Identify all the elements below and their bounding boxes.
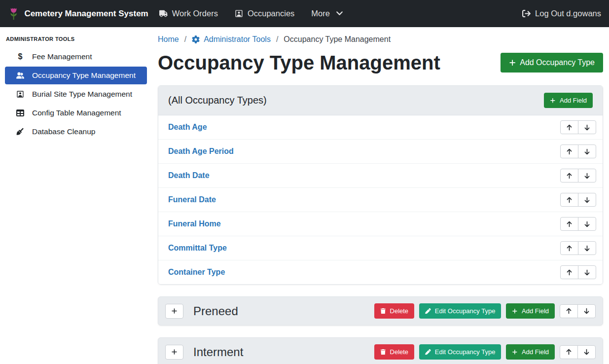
reorder-group xyxy=(560,304,596,318)
field-link[interactable]: Death Date xyxy=(165,171,210,180)
nav-more-label: More xyxy=(311,9,330,18)
trash-icon xyxy=(380,349,386,355)
breadcrumb-administrator-tools[interactable]: Administrator Tools xyxy=(192,35,271,44)
edit-occupancy-type-button[interactable]: Edit Occupancy Type xyxy=(419,303,501,319)
add-field-label: Add Field xyxy=(522,348,549,356)
truck-icon xyxy=(159,9,168,18)
logout-link[interactable]: Log Out d.gowans xyxy=(522,9,601,18)
move-down-button[interactable] xyxy=(578,241,596,255)
delete-label: Delete xyxy=(390,348,409,356)
brand[interactable]: Cemetery Management System xyxy=(8,7,148,20)
arrow-down-icon xyxy=(583,308,590,314)
plus-icon xyxy=(512,349,518,355)
move-up-button[interactable] xyxy=(560,120,578,134)
person-frame-icon xyxy=(235,9,243,18)
sidebar-item-config-table-management[interactable]: Config Table Management xyxy=(5,104,147,122)
page-layout: ADMINISTRATOR TOOLS $ Fee Management Occ… xyxy=(0,27,609,364)
add-occupancy-type-label: Add Occupancy Type xyxy=(520,58,595,67)
sidebar-item-label: Database Cleanup xyxy=(32,127,95,136)
field-link[interactable]: Death Age Period xyxy=(165,147,234,156)
field-link[interactable]: Funeral Home xyxy=(165,219,221,228)
sidebar-item-burial-site-type-management[interactable]: Burial Site Type Management xyxy=(5,85,147,103)
move-down-button[interactable] xyxy=(578,193,596,207)
breadcrumb-home[interactable]: Home xyxy=(158,35,179,44)
arrow-down-icon xyxy=(583,349,590,355)
field-link[interactable]: Funeral Date xyxy=(165,195,216,204)
card-header: (All Occupancy Types) Add Field xyxy=(158,86,603,115)
logout-icon xyxy=(522,9,531,18)
nav-occupancies-label: Occupancies xyxy=(248,9,294,18)
sidebar-item-fee-management[interactable]: $ Fee Management xyxy=(5,48,147,66)
reorder-group xyxy=(560,193,596,207)
move-up-button[interactable] xyxy=(560,145,578,158)
breadcrumb: Home / Administrator Tools / Occupancy T… xyxy=(158,35,603,44)
edit-label: Edit Occupancy Type xyxy=(435,307,496,315)
top-navbar: Cemetery Management System Work Orders O… xyxy=(0,0,609,27)
edit-occupancy-type-button[interactable]: Edit Occupancy Type xyxy=(419,344,501,360)
section-title: Interment xyxy=(193,345,243,359)
delete-button[interactable]: Delete xyxy=(374,344,414,360)
sidebar-heading: ADMINISTRATOR TOOLS xyxy=(0,33,152,48)
arrow-down-icon xyxy=(584,197,590,203)
section-title: Preneed xyxy=(193,304,238,318)
add-field-button[interactable]: Add Field xyxy=(506,303,555,319)
reorder-group xyxy=(560,145,596,158)
move-up-button[interactable] xyxy=(560,217,578,231)
nav-occupancies[interactable]: Occupancies xyxy=(235,9,294,18)
plus-icon xyxy=(509,59,516,66)
move-down-button[interactable] xyxy=(577,304,596,318)
delete-label: Delete xyxy=(390,307,409,315)
expand-button[interactable] xyxy=(165,345,183,360)
arrow-up-icon xyxy=(566,124,573,131)
arrow-up-icon xyxy=(566,245,573,252)
move-down-button[interactable] xyxy=(578,120,596,134)
move-up-button[interactable] xyxy=(560,169,578,182)
move-up-button[interactable] xyxy=(560,265,578,279)
arrow-down-icon xyxy=(584,124,590,131)
move-down-button[interactable] xyxy=(578,265,596,279)
field-link[interactable]: Container Type xyxy=(165,268,225,277)
arrow-up-icon xyxy=(566,349,572,355)
field-link[interactable]: Committal Type xyxy=(165,244,227,253)
add-occupancy-type-button[interactable]: Add Occupancy Type xyxy=(501,53,603,73)
move-up-button[interactable] xyxy=(560,241,578,255)
card-title: (All Occupancy Types) xyxy=(168,95,267,106)
arrow-down-icon xyxy=(584,173,590,179)
move-down-button[interactable] xyxy=(578,217,596,231)
add-field-button[interactable]: Add Field xyxy=(544,93,593,108)
delete-button[interactable]: Delete xyxy=(374,303,414,319)
sidebar-item-label: Occupancy Type Management xyxy=(32,71,136,80)
section-actions: Delete Edit Occupancy Type Add Field xyxy=(374,344,596,360)
main-content: Home / Administrator Tools / Occupancy T… xyxy=(152,27,609,364)
main-nav: Work Orders Occupancies More xyxy=(159,9,344,18)
arrow-up-icon xyxy=(566,197,573,203)
occupancy-type-section-interment: Interment Delete Edit Occupancy Type Add… xyxy=(158,337,603,364)
field-row: Death Age xyxy=(158,115,603,139)
nav-work-orders[interactable]: Work Orders xyxy=(159,9,218,18)
nav-more[interactable]: More xyxy=(311,9,344,18)
arrow-down-icon xyxy=(584,148,590,155)
move-up-button[interactable] xyxy=(560,304,578,318)
reorder-group xyxy=(560,345,596,359)
arrow-down-icon xyxy=(584,269,590,276)
sidebar-item-occupancy-type-management[interactable]: Occupancy Type Management xyxy=(5,67,147,84)
move-down-button[interactable] xyxy=(577,345,596,359)
all-occupancy-types-card: (All Occupancy Types) Add Field Death Ag… xyxy=(158,85,603,285)
add-field-button[interactable]: Add Field xyxy=(506,344,555,360)
expand-button[interactable] xyxy=(165,304,183,319)
move-up-button[interactable] xyxy=(560,345,578,359)
field-row: Death Date xyxy=(158,163,603,187)
field-row: Committal Type xyxy=(158,236,603,260)
move-up-button[interactable] xyxy=(560,193,578,207)
breadcrumb-separator: / xyxy=(184,35,186,44)
nav-work-orders-label: Work Orders xyxy=(172,9,218,18)
field-row: Death Age Period xyxy=(158,139,603,163)
field-row: Container Type xyxy=(158,260,603,284)
sidebar-item-database-cleanup[interactable]: Database Cleanup xyxy=(5,123,147,141)
field-link[interactable]: Death Age xyxy=(165,123,207,132)
move-down-button[interactable] xyxy=(578,145,596,158)
move-down-button[interactable] xyxy=(578,169,596,182)
add-field-label: Add Field xyxy=(522,307,549,315)
breadcrumb-separator: / xyxy=(276,35,278,44)
table-icon xyxy=(15,109,26,117)
